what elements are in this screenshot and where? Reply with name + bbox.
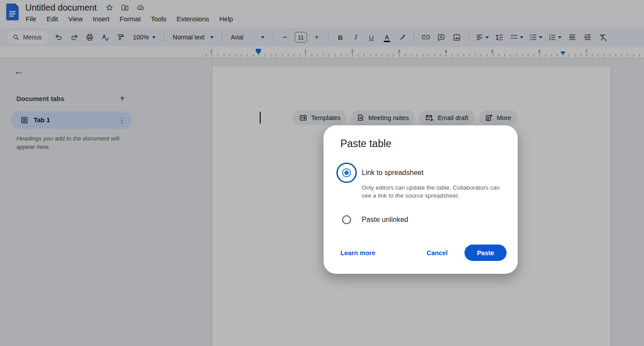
cancel-button[interactable]: Cancel <box>426 249 448 257</box>
google-docs-window: Untitled document <box>0 0 644 346</box>
option-link-label[interactable]: Link to spreadsheet <box>362 169 424 177</box>
radio-link-to-spreadsheet[interactable] <box>336 163 357 183</box>
option-unlinked-label[interactable]: Paste unlinked <box>362 216 408 224</box>
dialog-title: Paste table <box>340 138 391 150</box>
option-link-description: Only editors can update the table. Colla… <box>362 184 504 200</box>
paste-button[interactable]: Paste <box>464 245 507 261</box>
radio-paste-unlinked[interactable] <box>342 215 351 224</box>
paste-table-dialog: Paste table Link to spreadsheet Only edi… <box>324 125 518 274</box>
learn-more-link[interactable]: Learn more <box>340 249 375 257</box>
modal-scrim[interactable] <box>0 0 644 346</box>
radio-selected-icon <box>342 168 351 177</box>
